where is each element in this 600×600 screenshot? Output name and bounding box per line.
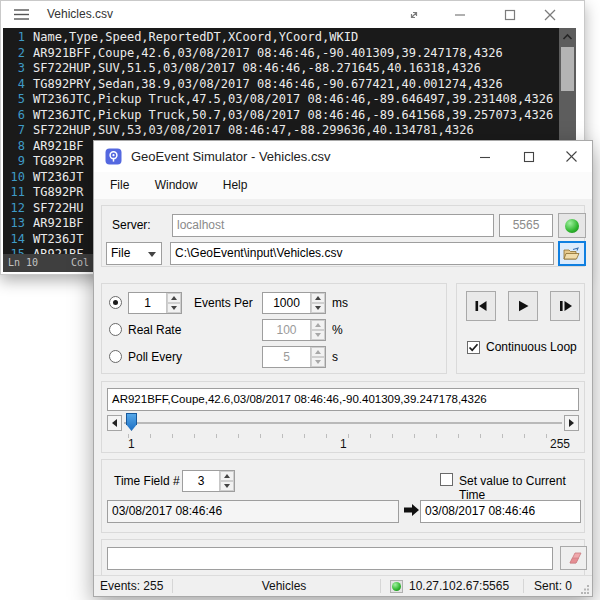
- server-host-input[interactable]: localhost: [172, 214, 494, 237]
- poll-every-radio[interactable]: [109, 350, 122, 363]
- browse-file-button[interactable]: [558, 241, 586, 266]
- hamburger-menu-icon[interactable]: [14, 8, 29, 21]
- scrollbar-up-icon[interactable]: [561, 31, 574, 43]
- editor-line: 4TG892PRY,Sedan,38.9,03/08/2017 08:46:46…: [3, 77, 576, 93]
- menu-file[interactable]: File: [99, 172, 140, 199]
- editor-resize-diagonal-icon[interactable]: [405, 6, 423, 24]
- editor-titlebar[interactable]: Vehicles.csv: [1, 1, 584, 28]
- desktop: Vehicles.csv 1Name,Type,Speed,ReportedDT…: [0, 0, 600, 600]
- interval-spinner[interactable]: 1000: [262, 292, 326, 314]
- current-event-field[interactable]: AR921BFF,Coupe,42.6,03/08/2017 08:46:46,…: [107, 388, 579, 411]
- real-rate-label: Real Rate: [128, 323, 181, 337]
- simulator-window-title: GeoEvent Simulator - Vehicles.csv: [131, 149, 330, 164]
- file-path-input[interactable]: C:\GeoEvent\input\Vehicles.csv: [170, 242, 554, 265]
- spin-up-icon[interactable]: [167, 293, 181, 303]
- simulator-statusbar: Events: 255 Vehicles 10.27.102.67:5565 S…: [94, 575, 592, 596]
- connection-status-icon: [390, 580, 403, 593]
- server-port-input[interactable]: 5565: [499, 214, 553, 237]
- slider-mid-label: 1: [340, 437, 347, 451]
- editor-close-button[interactable]: [541, 6, 559, 24]
- playback-group: Continuous Loop: [456, 283, 585, 374]
- spin-up-icon[interactable]: [220, 471, 234, 481]
- simulator-minimize-button[interactable]: [463, 141, 507, 172]
- editor-minimize-button[interactable]: [451, 6, 469, 24]
- set-current-time-checkbox[interactable]: [440, 473, 453, 486]
- progress-group: [101, 539, 585, 577]
- slider-left-arrow[interactable]: [107, 415, 122, 431]
- time-from-field[interactable]: 03/08/2017 08:46:46: [107, 500, 399, 523]
- editor-line: 5WT236JTC,Pickup Truck,47.5,03/08/2017 0…: [3, 92, 576, 108]
- slider-right-arrow[interactable]: [564, 415, 579, 431]
- geoevent-simulator-window: GeoEvent Simulator - Vehicles.csv File W…: [93, 140, 593, 597]
- geoevent-logo-icon: [105, 148, 122, 165]
- editor-line: 7SF722HUP,SUV,53,03/08/2017 08:46:47,-88…: [3, 123, 576, 139]
- clear-button[interactable]: [560, 546, 587, 570]
- simulation-name: Vehicles: [244, 579, 324, 593]
- server-label: Server:: [112, 218, 151, 232]
- message-log-field[interactable]: [107, 547, 553, 570]
- time-field-label: Time Field #: [114, 474, 180, 488]
- editor-line: 2AR921BFF,Coupe,42.6,03/08/2017 08:46:46…: [3, 46, 576, 62]
- skip-start-icon: [473, 298, 489, 314]
- open-folder-icon: [563, 247, 581, 261]
- eraser-icon: [566, 552, 582, 564]
- simulator-close-button[interactable]: [549, 141, 593, 172]
- real-rate-unit-label: %: [332, 323, 343, 337]
- step-forward-icon: [557, 298, 573, 314]
- editor-line: 3SF722HUP,SUV,51.5,03/08/2017 08:46:46,-…: [3, 61, 576, 77]
- connect-button[interactable]: [558, 213, 586, 238]
- continuous-loop-checkbox[interactable]: [467, 341, 480, 354]
- map-arrow-icon: [404, 503, 419, 517]
- source-type-dropdown[interactable]: File: [106, 242, 162, 265]
- poll-unit-label: s: [332, 350, 338, 364]
- column-indicator: Col: [71, 254, 89, 272]
- simulator-maximize-button[interactable]: [507, 141, 551, 172]
- editor-maximize-button[interactable]: [501, 6, 519, 24]
- rate-group: 1 Events Per 1000 ms Real Rate 100 % Pol…: [101, 283, 447, 374]
- current-event-group: AR921BFF,Coupe,42.6,03/08/2017 08:46:46,…: [101, 381, 585, 453]
- menu-help[interactable]: Help: [212, 172, 259, 199]
- time-field-group: Time Field # 3 Set value to Current Time…: [101, 459, 585, 533]
- menu-window[interactable]: Window: [144, 172, 209, 199]
- connect-status-icon: [565, 219, 579, 233]
- step-button[interactable]: [550, 291, 580, 321]
- time-field-spinner[interactable]: 3: [182, 470, 235, 492]
- sent-count: Sent: 0: [534, 579, 572, 593]
- server-group: Server: localhost 5565 File C:\GeoEvent\…: [101, 205, 585, 267]
- slider-max-label: 255: [550, 437, 570, 451]
- scrollbar-thumb[interactable]: [561, 47, 574, 91]
- events-per-radio[interactable]: [109, 296, 122, 309]
- play-button[interactable]: [508, 291, 538, 321]
- play-icon: [515, 298, 531, 314]
- slider-thumb[interactable]: [126, 413, 137, 431]
- chevron-down-icon: [148, 252, 156, 257]
- spin-down-icon[interactable]: [167, 303, 181, 313]
- slider-min-label: 1: [128, 437, 135, 451]
- editor-window-title: Vehicles.csv: [47, 7, 113, 21]
- check-icon: [468, 342, 479, 353]
- slider-track[interactable]: [124, 422, 562, 424]
- set-current-time-label: Set value to Current Time: [459, 474, 584, 502]
- events-per-label: Events Per: [194, 296, 253, 310]
- real-rate-radio[interactable]: [109, 323, 122, 336]
- skip-to-start-button[interactable]: [466, 291, 496, 321]
- endpoint-address: 10.27.102.67:5565: [409, 579, 509, 593]
- line-indicator: Ln 10: [8, 254, 38, 272]
- menubar: File Window Help: [94, 172, 592, 199]
- spin-down-icon[interactable]: [220, 481, 234, 491]
- time-to-field[interactable]: 03/08/2017 08:46:46: [420, 500, 581, 523]
- continuous-loop-label: Continuous Loop: [486, 340, 577, 354]
- real-rate-spinner: 100: [262, 319, 326, 341]
- poll-every-label: Poll Every: [128, 350, 182, 364]
- event-count-spinner[interactable]: 1: [128, 292, 182, 314]
- events-count: Events: 255: [100, 579, 163, 593]
- resize-grip[interactable]: [580, 584, 590, 594]
- spin-up-icon[interactable]: [311, 293, 325, 303]
- poll-spinner: 5: [262, 346, 326, 368]
- editor-line: 6WT236JTC,Pickup Truck,50.7,03/08/2017 0…: [3, 108, 576, 124]
- simulator-titlebar[interactable]: GeoEvent Simulator - Vehicles.csv: [94, 141, 592, 172]
- interval-unit-label: ms: [332, 296, 348, 310]
- editor-line: 1Name,Type,Speed,ReportedDT,XCoord,YCoor…: [3, 30, 576, 46]
- spin-down-icon[interactable]: [311, 303, 325, 313]
